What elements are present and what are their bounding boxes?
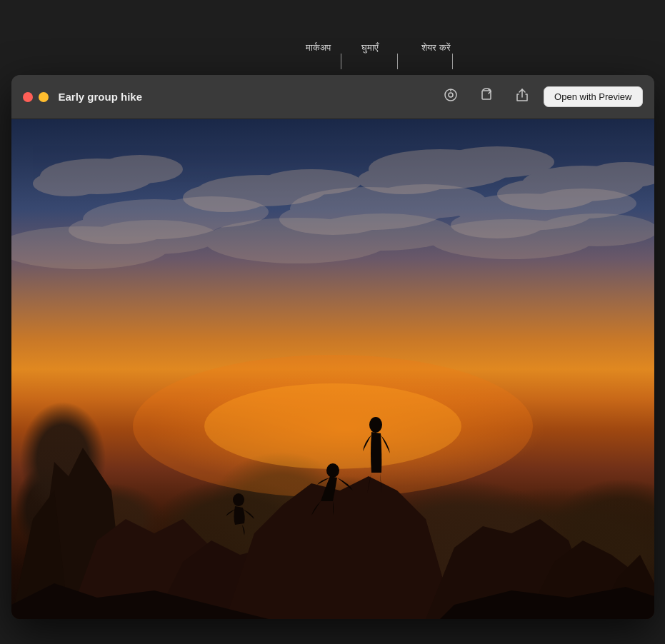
svg-point-40 [369, 417, 382, 433]
svg-point-39 [326, 463, 339, 478]
open-with-preview-button[interactable]: Open with Preview [544, 86, 642, 107]
markup-button[interactable] [439, 86, 462, 109]
titlebar: ✕ – Early group hike [11, 75, 654, 119]
share-tooltip-line [452, 54, 453, 69]
svg-marker-37 [226, 476, 454, 619]
svg-point-5 [97, 155, 183, 183]
rotate-icon [479, 88, 494, 106]
share-icon [515, 88, 529, 106]
main-window: ✕ – Early group hike [11, 75, 654, 619]
markup-tooltip-label: मार्कअप [306, 43, 331, 54]
minimize-button[interactable]: – [39, 92, 49, 102]
svg-point-1 [449, 93, 453, 97]
photo-overlay-svg [11, 119, 654, 619]
photo-display [11, 119, 654, 619]
window-controls: ✕ – [23, 92, 49, 102]
tooltip-area: मार्कअप घुमाएँ शेयर करें [11, 25, 654, 75]
svg-point-26 [90, 220, 219, 254]
svg-point-30 [536, 213, 654, 246]
rotate-button[interactable] [475, 86, 498, 109]
photo-scene [11, 119, 654, 619]
minimize-icon: – [41, 94, 45, 101]
close-button[interactable]: ✕ [23, 92, 33, 102]
close-icon: ✕ [25, 94, 31, 101]
svg-point-6 [33, 171, 104, 196]
markup-tooltip-line [341, 54, 341, 69]
svg-point-38 [233, 493, 244, 506]
rotate-tooltip-label: घुमाएँ [361, 43, 379, 54]
svg-point-32 [204, 383, 461, 469]
rotate-tooltip-line [397, 54, 398, 69]
toolbar-actions [439, 86, 534, 109]
markup-icon [444, 88, 458, 106]
share-tooltip-label: शेयर करें [421, 43, 450, 54]
window-title: Early group hike [59, 91, 440, 103]
share-button[interactable] [511, 86, 534, 109]
svg-point-28 [311, 213, 454, 251]
